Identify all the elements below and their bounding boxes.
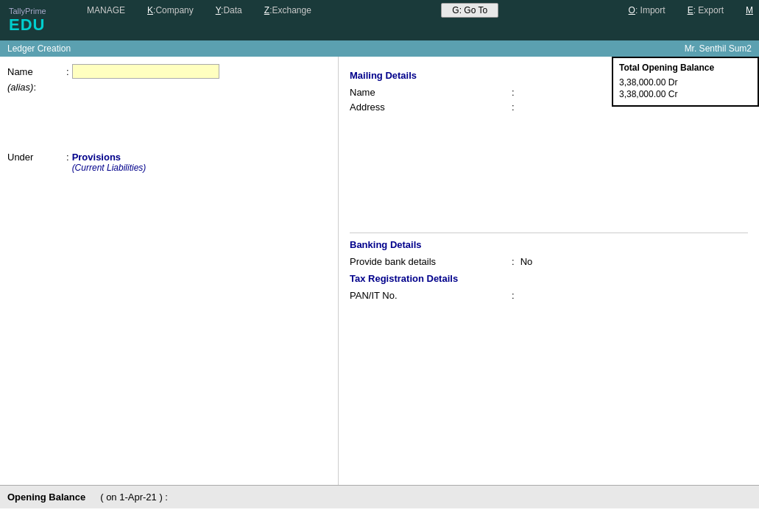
under-section: Under : Provisions (Current Liabilities) (7, 152, 338, 173)
under-label: Under (7, 152, 66, 163)
bank-provide-row: Provide bank details : No (350, 256, 748, 267)
mailing-name-label: Name (350, 87, 512, 98)
nav-company[interactable]: K:Company (147, 5, 194, 15)
export-label[interactable]: E: Export (688, 5, 724, 15)
top-bar: TallyPrime EDU MANAGE K:Company Y:Data Z… (0, 0, 759, 40)
banking-heading: Banking Details (350, 239, 748, 250)
under-value: Provisions (Current Liabilities) (72, 152, 146, 173)
under-main: Provisions (72, 152, 146, 163)
status-bar: Ledger Creation Mr. Senthil Sum2 (0, 40, 759, 57)
bank-provide-label: Provide bank details (350, 256, 512, 267)
import-label[interactable]: O: Import (629, 5, 666, 15)
pan-label: PAN/IT No. (350, 290, 512, 301)
bottom-bar: Opening Balance ( on 1-Apr-21 ) : (0, 485, 759, 508)
ob-cr-row: 3,38,000.00 Cr (619, 89, 752, 99)
on-date-label: ( on 1-Apr-21 ) : (100, 492, 168, 503)
address-spacer (350, 116, 748, 227)
left-panel: Name : (alias) : Under : Provisions (Cur… (0, 57, 339, 508)
nav-data[interactable]: Y:Data (216, 5, 242, 15)
pan-row: PAN/IT No. : (350, 290, 748, 301)
more-label[interactable]: M (746, 5, 753, 15)
main-content: Name : (alias) : Under : Provisions (Cur… (0, 57, 759, 508)
main-wrapper: Name : (alias) : Under : Provisions (Cur… (0, 57, 759, 508)
app-name: TallyPrime (9, 7, 72, 15)
mailing-address-label: Address (350, 102, 512, 113)
alias-label: (alias) (7, 82, 33, 93)
goto-button[interactable]: G: Go To (441, 3, 498, 18)
banking-divider (350, 233, 748, 233)
nav-exchange[interactable]: Z:Exchange (264, 5, 311, 15)
under-sub: (Current Liabilities) (72, 163, 146, 173)
app-edition: EDU (9, 15, 72, 35)
name-label: Name (7, 66, 66, 77)
name-input[interactable] (72, 64, 219, 79)
opening-balance-box: Total Opening Balance 3,38,000.00 Dr 3,3… (612, 57, 759, 107)
user-info: Mr. Senthil Sum2 (685, 43, 752, 54)
alias-row: (alias) : (7, 82, 338, 93)
ob-dr-value: 3,38,000.00 Dr (619, 77, 677, 88)
nav-section: MANAGE K:Company Y:Data Z:Exchange G: Go… (81, 0, 759, 40)
opening-balance-label: Opening Balance (7, 492, 85, 503)
tax-heading: Tax Registration Details (350, 273, 748, 284)
ob-dr-row: 3,38,000.00 Dr (619, 77, 752, 88)
logo-section: TallyPrime EDU (0, 0, 81, 40)
nav-top: MANAGE K:Company Y:Data Z:Exchange G: Go… (81, 0, 759, 21)
ob-title: Total Opening Balance (619, 63, 752, 73)
ob-cr-value: 3,38,000.00 Cr (619, 89, 677, 99)
bank-provide-value: No (520, 256, 533, 267)
manage-label: MANAGE (87, 5, 125, 15)
right-panel: Total Opening Balance 3,38,000.00 Dr 3,3… (339, 57, 759, 508)
name-row: Name : (7, 64, 338, 79)
page-title: Ledger Creation (7, 43, 71, 54)
